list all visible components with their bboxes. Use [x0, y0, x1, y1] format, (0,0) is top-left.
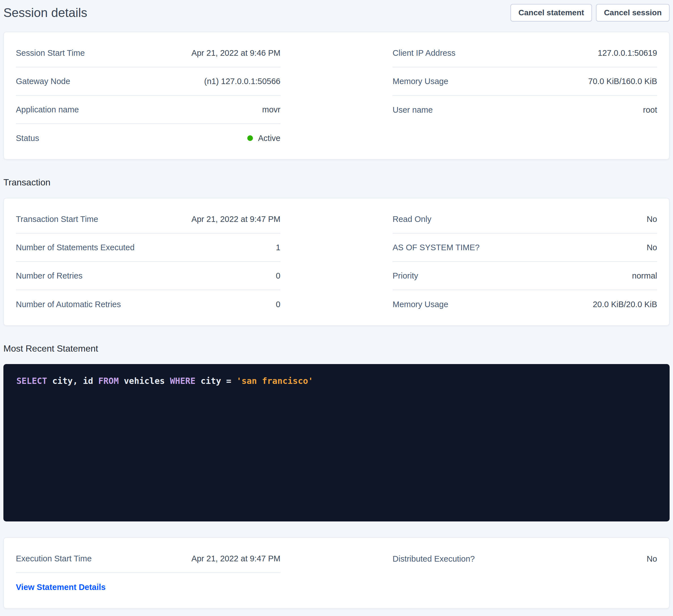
- execution-start-time-label: Execution Start Time: [16, 554, 92, 563]
- client-ip-value: 127.0.0.1:50619: [598, 48, 657, 58]
- session-details-page: Session details Cancel statement Cancel …: [0, 0, 673, 616]
- distributed-execution-label: Distributed Execution?: [393, 554, 475, 564]
- cancel-session-button[interactable]: Cancel session: [596, 4, 670, 21]
- row-automatic-retries: Number of Automatic Retries 0: [16, 290, 280, 318]
- client-ip-label: Client IP Address: [393, 48, 455, 58]
- page-title: Session details: [3, 4, 87, 21]
- row-session-start-time: Session Start Time Apr 21, 2022 at 9:46 …: [16, 39, 280, 67]
- session-summary-right-column: Client IP Address 127.0.0.1:50619 Memory…: [393, 39, 657, 124]
- execution-right-column: Distributed Execution? No: [393, 545, 657, 573]
- sql-statement-box: SELECT city, id FROM vehicles WHERE city…: [3, 364, 670, 522]
- most-recent-statement-section-title: Most Recent Statement: [3, 343, 673, 354]
- session-memory-usage-label: Memory Usage: [393, 77, 448, 86]
- sql-token-string: 'san francisco': [236, 376, 313, 386]
- session-summary-left-column: Session Start Time Apr 21, 2022 at 9:46 …: [16, 39, 280, 152]
- transaction-start-time-value: Apr 21, 2022 at 9:47 PM: [192, 215, 280, 224]
- number-of-retries-value: 0: [276, 271, 280, 281]
- row-application-name: Application name movr: [16, 96, 280, 124]
- sql-token-keyword: FROM: [98, 376, 119, 386]
- row-priority: Priority normal: [393, 262, 657, 290]
- row-transaction-start-time: Transaction Start Time Apr 21, 2022 at 9…: [16, 205, 280, 234]
- session-memory-usage-value: 70.0 KiB/160.0 KiB: [588, 77, 657, 86]
- row-read-only: Read Only No: [393, 205, 657, 234]
- read-only-label: Read Only: [393, 215, 431, 224]
- execution-start-time-value: Apr 21, 2022 at 9:47 PM: [192, 554, 280, 563]
- row-statements-executed: Number of Statements Executed 1: [16, 234, 280, 262]
- sql-statement: SELECT city, id FROM vehicles WHERE city…: [16, 375, 657, 387]
- transaction-card: Transaction Start Time Apr 21, 2022 at 9…: [3, 198, 670, 326]
- statements-executed-label: Number of Statements Executed: [16, 243, 135, 252]
- view-statement-details-link[interactable]: View Statement Details: [16, 583, 105, 592]
- number-of-retries-label: Number of Retries: [16, 271, 82, 281]
- status-label: Status: [16, 133, 39, 143]
- sql-token-plain: city, id: [47, 376, 98, 386]
- priority-label: Priority: [393, 271, 418, 281]
- transaction-left-column: Transaction Start Time Apr 21, 2022 at 9…: [16, 205, 280, 318]
- sql-token-keyword: WHERE: [170, 376, 195, 386]
- header-buttons: Cancel statement Cancel session: [510, 4, 670, 21]
- row-distributed-execution: Distributed Execution? No: [393, 545, 657, 573]
- row-view-statement-details: View Statement Details: [16, 573, 280, 601]
- automatic-retries-value: 0: [276, 300, 280, 309]
- sql-token-plain: vehicles: [119, 376, 170, 386]
- row-status: Status Active: [16, 124, 280, 152]
- sql-token-plain: city =: [195, 376, 236, 386]
- as-of-system-time-label: AS OF SYSTEM TIME?: [393, 243, 479, 252]
- sql-token-keyword: SELECT: [16, 376, 47, 386]
- row-transaction-memory-usage: Memory Usage 20.0 KiB/20.0 KiB: [393, 290, 657, 318]
- distributed-execution-value: No: [647, 554, 657, 564]
- transaction-section-title: Transaction: [3, 177, 673, 188]
- gateway-node-label: Gateway Node: [16, 77, 70, 86]
- as-of-system-time-value: No: [647, 243, 657, 252]
- statements-executed-value: 1: [276, 243, 280, 252]
- application-name-label: Application name: [16, 105, 79, 114]
- transaction-start-time-label: Transaction Start Time: [16, 215, 98, 224]
- user-name-value: root: [643, 105, 657, 115]
- status-active-dot-icon: [247, 135, 253, 141]
- row-session-memory-usage: Memory Usage 70.0 KiB/160.0 KiB: [393, 67, 657, 96]
- execution-left-column: Execution Start Time Apr 21, 2022 at 9:4…: [16, 545, 280, 601]
- session-summary-card: Session Start Time Apr 21, 2022 at 9:46 …: [3, 32, 670, 160]
- automatic-retries-label: Number of Automatic Retries: [16, 300, 121, 309]
- user-name-label: User name: [393, 105, 433, 115]
- transaction-memory-usage-label: Memory Usage: [393, 300, 448, 309]
- page-header: Session details Cancel statement Cancel …: [0, 0, 673, 21]
- gateway-node-link[interactable]: (n1) 127.0.0.1:50566: [204, 77, 280, 86]
- row-as-of-system-time: AS OF SYSTEM TIME? No: [393, 234, 657, 262]
- row-client-ip: Client IP Address 127.0.0.1:50619: [393, 39, 657, 67]
- row-number-of-retries: Number of Retries 0: [16, 262, 280, 290]
- priority-value: normal: [632, 271, 657, 281]
- session-start-time-value: Apr 21, 2022 at 9:46 PM: [192, 48, 280, 58]
- execution-card: Execution Start Time Apr 21, 2022 at 9:4…: [3, 537, 670, 609]
- transaction-right-column: Read Only No AS OF SYSTEM TIME? No Prior…: [393, 205, 657, 318]
- sql-statement-code: SELECT city, id FROM vehicles WHERE city…: [16, 376, 313, 386]
- row-gateway-node: Gateway Node (n1) 127.0.0.1:50566: [16, 67, 280, 96]
- read-only-value: No: [647, 215, 657, 224]
- status-value: Active: [258, 133, 280, 143]
- row-execution-start-time: Execution Start Time Apr 21, 2022 at 9:4…: [16, 545, 280, 573]
- application-name-value: movr: [262, 105, 280, 114]
- session-start-time-label: Session Start Time: [16, 48, 85, 58]
- transaction-memory-usage-value: 20.0 KiB/20.0 KiB: [593, 300, 657, 309]
- row-user-name: User name root: [393, 96, 657, 124]
- status-badge: Active: [247, 133, 280, 143]
- cancel-statement-button[interactable]: Cancel statement: [510, 4, 592, 21]
